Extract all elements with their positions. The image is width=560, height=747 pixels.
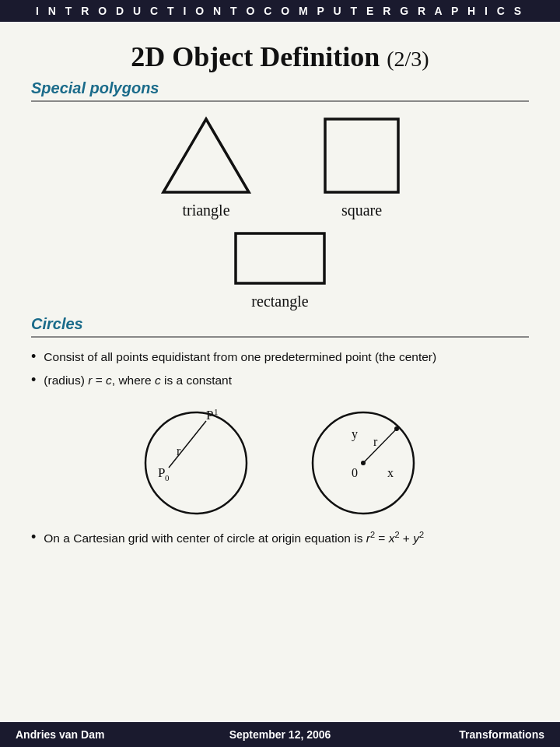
svg-point-17 xyxy=(394,426,399,431)
shapes-top-row: triangle square xyxy=(31,113,529,219)
title-sub: (2/3) xyxy=(387,47,429,71)
circle-diagrams: P 0 r P 1 0 x y xyxy=(31,399,529,520)
square-label: square xyxy=(341,202,382,219)
circle-diagram-1: P 0 r P 1 xyxy=(136,399,257,520)
svg-text:P: P xyxy=(206,408,213,423)
divider-polygons xyxy=(31,100,529,102)
footer-topic: Transformations xyxy=(368,728,544,741)
rectangle-svg xyxy=(229,227,331,289)
triangle-svg xyxy=(156,113,257,198)
bullet-3: On a Cartesian grid with center of circl… xyxy=(31,529,529,547)
rectangle-label: rectangle xyxy=(251,293,308,310)
circle-diagram-2: 0 x y r xyxy=(303,399,424,520)
svg-line-16 xyxy=(363,429,397,463)
svg-point-3 xyxy=(145,412,247,514)
bullet-1: Consist of all points equidistant from o… xyxy=(31,349,529,366)
square-shape: square xyxy=(319,113,404,219)
svg-text:y: y xyxy=(352,427,358,441)
main-content: 2D Object Definition (2/3) Special polyg… xyxy=(0,22,560,547)
header-bar: I N T R O D U C T I O N T O C O M P U T … xyxy=(0,0,560,22)
rectangle-shape: rectangle xyxy=(229,227,331,310)
circles-section: Circles Consist of all points equidistan… xyxy=(31,315,529,547)
section-polygons-heading: Special polygons xyxy=(31,79,529,97)
svg-marker-0 xyxy=(163,119,249,192)
shapes-bottom-row: rectangle xyxy=(31,227,529,310)
svg-text:0: 0 xyxy=(165,473,170,482)
svg-rect-2 xyxy=(236,233,324,283)
svg-line-7 xyxy=(169,421,206,468)
bullet-list: Consist of all points equidistant from o… xyxy=(31,349,529,388)
svg-rect-1 xyxy=(325,119,398,192)
square-svg xyxy=(319,113,404,198)
triangle-shape: triangle xyxy=(156,113,257,219)
footer-author: Andries van Dam xyxy=(16,728,192,741)
svg-text:0: 0 xyxy=(352,466,358,479)
footer-bar: Andries van Dam September 12, 2006 Trans… xyxy=(0,722,560,747)
bullet-list-2: On a Cartesian grid with center of circl… xyxy=(31,529,529,547)
triangle-label: triangle xyxy=(182,202,229,219)
section-circles-heading: Circles xyxy=(31,315,529,333)
bullet-2: (radius) r = c, where c is a constant xyxy=(31,372,529,389)
svg-text:x: x xyxy=(387,466,394,479)
svg-text:1: 1 xyxy=(214,407,219,416)
divider-circles xyxy=(31,336,529,338)
title-main: 2D Object Definition xyxy=(131,41,380,72)
footer-date: September 12, 2006 xyxy=(192,728,369,741)
svg-text:r: r xyxy=(373,435,378,448)
page-title: 2D Object Definition (2/3) xyxy=(31,40,529,73)
